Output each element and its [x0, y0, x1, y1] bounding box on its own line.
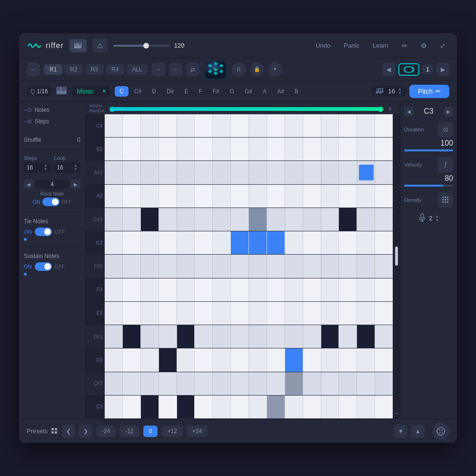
cell[interactable] [339, 325, 357, 348]
cell[interactable] [123, 348, 141, 371]
cell[interactable] [141, 396, 159, 418]
cell[interactable] [123, 255, 141, 278]
cell[interactable] [357, 325, 375, 348]
scale-select[interactable]: Minor Major Dorian [72, 86, 110, 97]
cell[interactable] [177, 161, 195, 184]
cell[interactable] [339, 185, 357, 208]
scrollbar[interactable] [393, 114, 400, 408]
cell[interactable] [375, 278, 393, 301]
cell[interactable] [357, 255, 375, 278]
cell[interactable] [213, 208, 231, 231]
cell[interactable] [375, 255, 393, 278]
cell[interactable] [357, 185, 375, 208]
cell[interactable] [213, 302, 231, 325]
cell[interactable] [303, 325, 321, 348]
cell[interactable] [159, 325, 177, 348]
cell[interactable] [285, 255, 303, 278]
cell[interactable] [159, 302, 177, 325]
learn-btn[interactable]: Learn [369, 40, 392, 51]
cell[interactable] [123, 302, 141, 325]
preset-offset-0[interactable]: 0 [143, 426, 158, 437]
nav-left-btn[interactable]: → [152, 63, 165, 76]
riff-tab-all[interactable]: ALL [126, 64, 148, 75]
loop-right-btn[interactable]: ▶ [436, 63, 449, 76]
cell[interactable] [123, 161, 141, 184]
cell[interactable] [339, 302, 357, 325]
cell[interactable] [141, 161, 159, 184]
cell[interactable] [231, 302, 249, 325]
density-btn[interactable] [438, 192, 453, 208]
cell[interactable] [303, 138, 321, 160]
cell[interactable] [231, 208, 249, 231]
cell[interactable] [159, 231, 177, 254]
piano-view-btn[interactable] [69, 39, 87, 52]
cell[interactable] [285, 185, 303, 208]
back-btn[interactable]: ← [27, 63, 40, 76]
cell[interactable] [141, 325, 159, 348]
cell[interactable] [177, 208, 195, 231]
cell[interactable] [105, 396, 123, 418]
cell[interactable] [339, 161, 357, 184]
duration-slider[interactable] [404, 149, 453, 151]
cell[interactable] [339, 138, 357, 160]
nav-swap-btn[interactable]: ⇄ [186, 63, 199, 76]
cell[interactable] [195, 161, 213, 184]
note-key-as[interactable]: A# [272, 86, 289, 97]
presets-prev-btn[interactable]: ❮ [62, 425, 75, 438]
cookie-btn[interactable] [432, 423, 449, 440]
cell[interactable] [141, 231, 159, 254]
cell[interactable] [141, 138, 159, 160]
cell[interactable] [357, 348, 375, 371]
cell[interactable] [141, 208, 159, 231]
cell[interactable] [231, 255, 249, 278]
dropdown-up-btn[interactable]: ▲ [411, 425, 425, 438]
cell[interactable] [231, 231, 249, 254]
cell[interactable] [321, 255, 339, 278]
cell[interactable] [231, 396, 249, 418]
cell[interactable] [123, 372, 141, 395]
cell[interactable] [105, 302, 123, 325]
cell[interactable] [303, 114, 321, 137]
cell[interactable] [339, 348, 357, 371]
cell[interactable] [195, 255, 213, 278]
note-key-b[interactable]: B [290, 86, 303, 97]
cell[interactable] [177, 325, 195, 348]
expand-btn[interactable]: ⤢ [436, 39, 449, 52]
cell[interactable] [339, 372, 357, 395]
loop-input[interactable]: 16 ▲ ▼ [54, 162, 81, 173]
cell[interactable] [141, 372, 159, 395]
cell[interactable] [303, 185, 321, 208]
cell[interactable] [123, 396, 141, 418]
tie-toggle[interactable] [35, 228, 52, 236]
sustain-toggle[interactable] [35, 262, 52, 271]
cell[interactable] [213, 348, 231, 371]
pencil-btn[interactable]: ✏ [398, 39, 411, 52]
cell[interactable] [285, 348, 303, 371]
cell[interactable] [249, 185, 267, 208]
note-key-e[interactable]: E [179, 86, 193, 97]
cell[interactable] [105, 372, 123, 395]
cell[interactable] [231, 348, 249, 371]
cell[interactable] [375, 161, 393, 184]
add-row-btn[interactable]: + [384, 104, 396, 114]
cell[interactable] [213, 396, 231, 418]
cell[interactable] [177, 372, 195, 395]
cell[interactable] [177, 302, 195, 325]
cell[interactable] [357, 278, 375, 301]
root-prev-btn[interactable]: ◀ [24, 179, 33, 189]
cell[interactable] [195, 372, 213, 395]
cell[interactable] [339, 114, 357, 137]
cell[interactable] [303, 396, 321, 418]
root-next-btn[interactable]: ▶ [71, 179, 80, 189]
presets-grid-icon[interactable] [51, 428, 58, 435]
cell[interactable] [231, 372, 249, 395]
cell[interactable] [231, 278, 249, 301]
cell[interactable] [195, 302, 213, 325]
cell[interactable] [141, 255, 159, 278]
cell[interactable] [267, 325, 285, 348]
cell[interactable] [105, 114, 123, 137]
cell[interactable] [249, 396, 267, 418]
cell[interactable] [249, 208, 267, 231]
cell[interactable] [159, 161, 177, 184]
grid-container[interactable] [105, 114, 393, 419]
